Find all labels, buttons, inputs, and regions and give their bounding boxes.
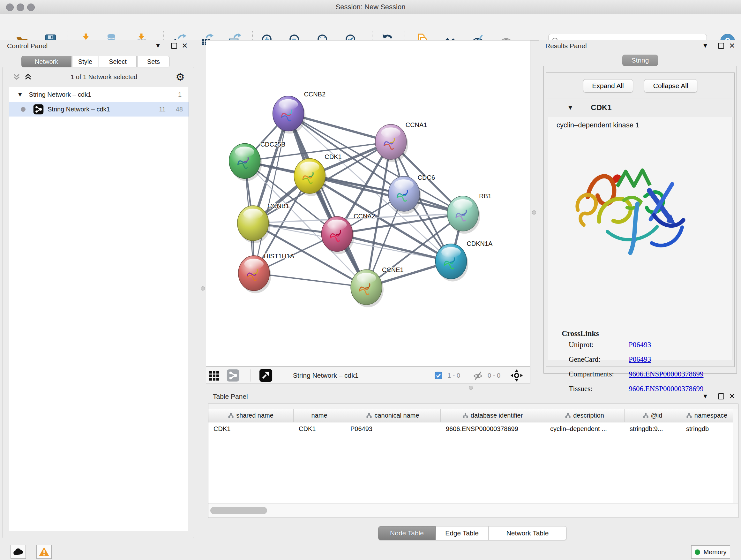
table-panel-float-icon[interactable] [717,392,725,400]
control-panel-close-icon[interactable]: ✕ [181,42,189,50]
protein-structure-image [568,145,689,266]
string-results-container: Expand All Collapse All ▼ CDK1 cyclin–de… [543,66,737,374]
view-grid-icon[interactable] [209,369,220,382]
status-bar: Memory [0,543,741,560]
tab-edge-table[interactable]: Edge Table [435,526,488,540]
table-cell[interactable]: 9606.ENSP00000378699 [441,422,545,435]
column-header-sharedname[interactable]: shared name [208,409,293,422]
column-header-canonicalname[interactable]: canonical name [345,409,441,422]
crosslink-link[interactable]: P06493 [629,355,651,364]
table-panel-menu-icon[interactable]: ▼ [701,392,710,400]
main-toolbar: ? [0,14,741,41]
control-panel-float-icon[interactable] [170,42,178,50]
node-label-CCNA1: CCNA1 [406,121,427,128]
gene-name: CDK1 [591,103,611,112]
warning-icon [39,547,50,557]
selected-checkbox-icon[interactable] [434,369,442,382]
table-cell[interactable]: stringdb:9... [624,422,681,435]
expand-all-networks-icon[interactable] [24,73,32,81]
tab-network-table[interactable]: Network Table [488,526,567,540]
memory-label: Memory [703,549,726,556]
table-panel-close-icon[interactable]: ✕ [728,392,736,400]
selected-count: 1 - 0 [448,369,460,382]
table-row[interactable]: CDK1CDK1P064939606.ENSP00000378699cyclin… [208,422,733,435]
column-header-description[interactable]: description [545,409,624,422]
cloud-button[interactable] [10,545,26,559]
node-label-CCNE1: CCNE1 [382,266,404,273]
column-header-name[interactable]: name [293,409,345,422]
table-cell[interactable]: P06493 [345,422,441,435]
control-panel-title: Control Panel [7,42,48,50]
birdseye-view-icon[interactable] [510,369,523,382]
results-panel-float-icon[interactable] [717,42,725,50]
column-header-id[interactable]: @id [624,409,681,422]
node-label-CDK1: CDK1 [325,153,341,160]
hscroll-thumb[interactable] [210,507,267,514]
column-type-icon [565,413,570,418]
node-CCNB1[interactable]: CCNB1 [238,202,289,243]
table-cell[interactable]: CDK1 [293,422,345,435]
edge-0-10 [288,114,366,287]
node-CCNB2[interactable]: CCNB2 [273,91,326,134]
table-cell[interactable]: stringdb [681,422,733,435]
collection-count: 1 [178,91,182,98]
network-options-gear-icon[interactable]: ⚙ [176,72,185,82]
collapse-all-button[interactable]: Collapse All [644,79,697,92]
node-RB1[interactable]: RB1 [448,192,492,234]
results-panel-title: Results Panel [545,42,587,50]
crosslink-link[interactable]: 9606.ENSP00000378699 [629,370,704,378]
table-tabs: Node TableEdge TableNetwork Table [378,526,567,540]
crosslink-label: Compartments: [569,370,614,378]
node-label-CCNA2: CCNA2 [354,212,375,220]
network-collection-row[interactable]: ▼ String Network – cdk1 1 [9,87,189,102]
tab-network[interactable]: Network [21,56,71,67]
tab-style[interactable]: Style [72,56,98,67]
node-details-card: ▼ CDK1 cyclin–dependent kinase 1 [546,99,735,367]
node-count: 11 [159,106,165,113]
view-network-icon[interactable] [226,369,239,382]
network-canvas[interactable]: CCNB2CCNA1CDC25BCDK1CDC6RB1CCNB1CCNA2CDK… [206,40,530,367]
node-label-RB1: RB1 [479,192,491,199]
tab-sets[interactable]: Sets [137,56,170,67]
table-cell[interactable]: cyclin–dependent ... [545,422,624,435]
node-details-header[interactable]: ▼ CDK1 [546,99,734,116]
results-panel-close-icon[interactable]: ✕ [728,42,736,50]
memory-button[interactable]: Memory [691,545,730,559]
tree-expander-icon[interactable]: ▼ [18,92,22,97]
node-CCNE1[interactable]: CCNE1 [351,266,403,307]
detach-view-icon[interactable] [259,369,273,382]
table-vertical-scrollbar[interactable] [733,409,738,503]
results-panel-menu-icon[interactable]: ▼ [701,42,710,50]
column-type-icon [686,413,692,418]
column-type-icon [643,413,649,418]
crosslink-link[interactable]: P06493 [629,341,651,349]
table-cell[interactable]: CDK1 [208,422,293,435]
right-splitter-handle[interactable] [532,210,536,214]
column-header-namespace[interactable]: namespace [681,409,733,422]
node-CDKN1A[interactable]: CDKN1A [435,240,493,282]
tab-string[interactable]: String [622,55,658,66]
expand-all-button[interactable]: Expand All [583,79,633,92]
edge-count: 48 [176,106,183,113]
node-CCNA1[interactable]: CCNA1 [375,121,427,162]
network-selection-bar: 1 of 1 Network selected ⚙ [3,67,194,87]
node-label-CCNB1: CCNB1 [268,202,289,209]
warning-button[interactable] [37,545,52,559]
tab-select[interactable]: Select [99,56,137,67]
network-row-selected[interactable]: String Network – cdk1 11 48 [9,102,189,117]
node-HIST1H1A[interactable]: HIST1H1A [239,253,294,294]
gene-description: cyclin–dependent kinase 1 [556,121,639,129]
table-horizontal-scrollbar[interactable] [208,503,738,517]
memory-status-dot-icon [695,550,700,555]
left-splitter-handle[interactable] [201,287,205,291]
tab-node-table[interactable]: Node Table [378,526,435,540]
collapse-entry-icon[interactable]: ▼ [568,105,572,110]
column-type-icon [228,413,233,418]
node-label-CDKN1A: CDKN1A [467,240,493,247]
network-selection-status: 1 of 1 Network selected [32,73,176,81]
column-header-databaseidentifier[interactable]: database identifier [441,409,545,422]
network-collection-label: String Network – cdk1 [29,91,91,98]
collapse-all-networks-icon[interactable] [12,73,21,81]
node-details-body: cyclin–dependent kinase 1 [548,117,732,360]
control-panel-menu-icon[interactable]: ▼ [154,42,162,50]
